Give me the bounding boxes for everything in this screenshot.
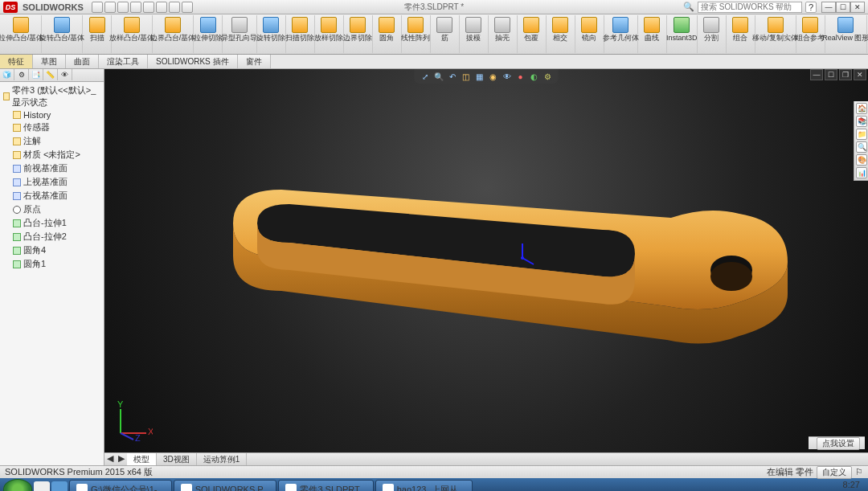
tree-item[interactable]: 右视基准面 — [2, 189, 102, 203]
ribbon-扫描切除[interactable]: 扫描切除 — [286, 15, 315, 53]
panel-tab-display[interactable]: 👁 — [58, 69, 72, 80]
status-custom-button[interactable]: 自定义 — [817, 466, 852, 479]
tab-渲染工具[interactable]: 渲染工具 — [99, 55, 148, 68]
ribbon-拔模[interactable]: 拔模 — [460, 15, 489, 53]
qat-undo-icon[interactable] — [143, 2, 154, 13]
ie-icon[interactable] — [51, 481, 68, 491]
tab-特征[interactable]: 特征 — [0, 55, 33, 68]
ribbon-相交[interactable]: 相交 — [547, 15, 575, 53]
taskpane-property-icon[interactable]: 📊 — [856, 167, 867, 178]
panel-tab-config[interactable]: 📑 — [29, 69, 43, 80]
apply-scene-icon[interactable]: ◐ — [529, 71, 540, 82]
previous-view-icon[interactable]: ↶ — [447, 71, 458, 82]
taskpane-view-icon[interactable]: 🔍 — [856, 141, 867, 153]
view-settings-icon[interactable]: ⚙ — [542, 71, 554, 82]
ribbon-拉伸切除[interactable]: 拉伸切除 — [194, 15, 223, 53]
qat-print-icon[interactable] — [130, 2, 141, 13]
tab-scroll-right[interactable]: ▶ — [116, 453, 127, 465]
taskbar-item[interactable]: 零件3.SLDPRT... — [278, 480, 373, 491]
view-orientation-icon[interactable]: ▦ — [474, 71, 485, 82]
tab-草图[interactable]: 草图 — [33, 55, 66, 68]
hide-show-icon[interactable]: 👁 — [502, 71, 513, 82]
ribbon-抽壳[interactable]: 抽壳 — [489, 15, 518, 53]
taskpane-explorer-icon[interactable]: 📁 — [856, 129, 867, 140]
tree-item[interactable]: 凸台-拉伸2 — [2, 230, 102, 243]
ribbon-RealView 图形[interactable]: RealView 图形 — [825, 15, 867, 53]
tree-item[interactable]: 圆角4 — [2, 243, 102, 257]
start-button[interactable] — [3, 479, 32, 491]
explorer-icon[interactable] — [34, 481, 50, 491]
vp-min[interactable]: — — [810, 69, 823, 80]
status-flag-icon[interactable]: ⚐ — [855, 467, 863, 477]
qat-open-icon[interactable] — [104, 2, 116, 13]
ribbon-分割[interactable]: 分割 — [698, 15, 727, 53]
ribbon-移动/复制实体[interactable]: 移动/复制实体 — [755, 15, 796, 53]
ribbon-包覆[interactable]: 包覆 — [518, 15, 547, 53]
taskpane-home-icon[interactable]: 🏠 — [856, 103, 867, 114]
taskbar-item[interactable]: hao123_上网从... — [375, 480, 473, 491]
tree-item[interactable]: 凸台-拉伸1 — [2, 216, 102, 230]
search-input[interactable] — [698, 2, 802, 13]
vp-restore[interactable]: ❐ — [839, 69, 852, 80]
taskpane-appearance-icon[interactable]: 🎨 — [856, 154, 867, 166]
tree-item[interactable]: 上视基准面 — [2, 175, 102, 189]
ribbon-参考几何体[interactable]: 参考几何体 — [604, 15, 638, 53]
bottom-tab-3D视图[interactable]: 3D视图 — [157, 453, 197, 465]
tree-item[interactable]: 传感器 — [2, 121, 102, 134]
ribbon-圆角[interactable]: 圆角 — [373, 15, 402, 53]
ribbon-筋[interactable]: 筋 — [431, 15, 460, 53]
tree-item[interactable]: History — [2, 109, 102, 121]
edit-appearance-icon[interactable]: ● — [515, 71, 526, 82]
ribbon-Instant3D[interactable]: Instant3D — [667, 15, 698, 53]
ribbon-组合[interactable]: 组合 — [727, 15, 755, 53]
ribbon-镜向[interactable]: 镜向 — [575, 15, 604, 53]
ribbon-组合参考[interactable]: 组合参考 — [796, 15, 825, 53]
ribbon-旋转凸台/基体[interactable]: 旋转凸台/基体 — [42, 15, 83, 53]
tree-item[interactable]: 原点 — [2, 203, 102, 216]
taskbar-item[interactable]: G:\微信公众号\1-... — [69, 480, 172, 491]
bottom-tab-模型[interactable]: 模型 — [127, 453, 157, 465]
link-button-label[interactable]: 点我设置 — [817, 437, 860, 450]
minimize-button[interactable]: — — [821, 2, 836, 13]
tab-scroll-left[interactable]: ◀ — [104, 453, 116, 465]
ribbon-异型孔向导[interactable]: 异型孔向导 — [223, 15, 256, 53]
bottom-tab-运动算例1[interactable]: 运动算例1 — [197, 453, 248, 465]
ribbon-扫描[interactable]: 扫描 — [83, 15, 112, 53]
vp-max[interactable]: ☐ — [825, 69, 837, 80]
ribbon-边界凸台/基体[interactable]: 边界凸台/基体 — [153, 15, 194, 53]
qat-redo-icon[interactable] — [156, 2, 167, 13]
viewport[interactable]: ⤢ 🔍 ↶ ◫ ▦ ◉ 👁 ● ◐ ⚙ — ☐ ❐ ✕ — [104, 69, 868, 465]
view-triad[interactable]: Y X Z — [113, 401, 153, 441]
ribbon-旋转切除[interactable]: 旋转切除 — [257, 15, 286, 53]
close-button[interactable]: ✕ — [850, 2, 865, 13]
link-button[interactable]: 点我设置 — [809, 436, 865, 449]
panel-tab-dim[interactable]: 📏 — [43, 69, 58, 80]
taskbar-item[interactable]: SOLIDWORKS P... — [174, 480, 277, 491]
zoom-area-icon[interactable]: 🔍 — [433, 71, 444, 82]
ribbon-线性阵列[interactable]: 线性阵列 — [402, 15, 431, 53]
tree-item[interactable]: 圆角1 — [2, 257, 102, 271]
tree-item[interactable]: 注解 — [2, 134, 102, 148]
panel-tab-featuretree[interactable]: 🧊 — [0, 69, 14, 80]
ribbon-曲线[interactable]: 曲线 — [638, 15, 667, 53]
tree-root[interactable]: 零件3 (默认<<默认>_显示状态 — [2, 84, 102, 109]
qat-options-icon[interactable] — [182, 2, 193, 13]
system-clock[interactable]: 8:27 2019/1/23 — [816, 480, 865, 491]
taskpane-library-icon[interactable]: 📚 — [856, 116, 867, 127]
tab-窗件[interactable]: 窗件 — [238, 55, 271, 68]
vp-close[interactable]: ✕ — [854, 69, 866, 80]
section-view-icon[interactable]: ◫ — [461, 71, 472, 82]
ribbon-拉伸凸台/基体[interactable]: 拉伸凸台/基体 — [1, 15, 42, 53]
qat-save-icon[interactable] — [117, 2, 129, 13]
qat-new-icon[interactable] — [92, 2, 103, 13]
tree-item[interactable]: 前视基准面 — [2, 162, 102, 175]
maximize-button[interactable]: ☐ — [836, 2, 850, 13]
feature-tree[interactable]: 零件3 (默认<<默认>_显示状态 History传感器注解材质 <未指定>前视… — [0, 82, 104, 465]
ribbon-边界切除[interactable]: 边界切除 — [344, 15, 373, 53]
qat-rebuild-icon[interactable] — [169, 2, 180, 13]
zoom-fit-icon[interactable]: ⤢ — [420, 71, 431, 82]
ribbon-放样凸台/基体[interactable]: 放样凸台/基体 — [112, 15, 153, 53]
panel-tab-property[interactable]: ⚙ — [14, 69, 29, 80]
tree-item[interactable]: 材质 <未指定> — [2, 148, 102, 162]
display-style-icon[interactable]: ◉ — [488, 71, 499, 82]
